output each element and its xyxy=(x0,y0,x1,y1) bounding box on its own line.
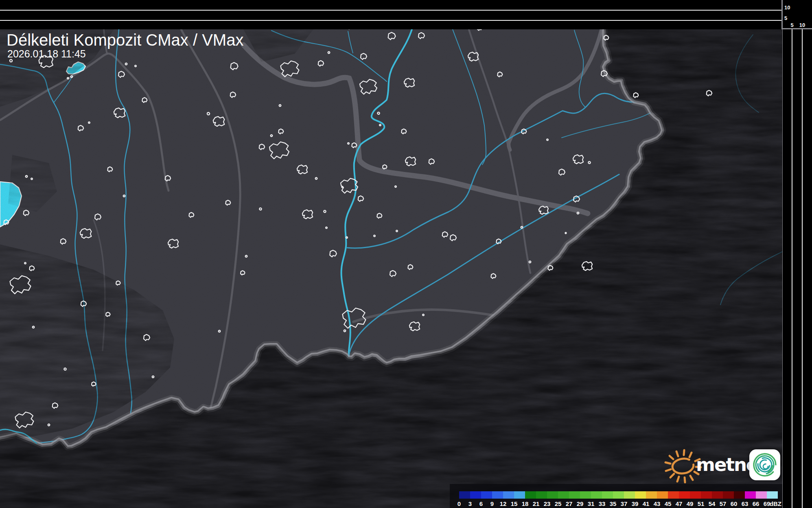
height-gridline-5km-vertical xyxy=(792,29,792,508)
dbz-tick-label: 69 xyxy=(764,500,770,507)
dbz-tick-label: 37 xyxy=(621,500,628,507)
dbz-color-segment xyxy=(635,491,646,499)
dbz-tick-label: 45 xyxy=(665,500,672,507)
dbz-tick-label: 63 xyxy=(742,500,749,507)
dbz-tick-label: 57 xyxy=(720,500,727,507)
dbz-tick-label: 15 xyxy=(511,500,518,507)
dbz-tick-label: 54 xyxy=(709,500,716,507)
dbz-color-segment xyxy=(602,491,613,499)
radar-app-screen: 10 5 5 10 Délkeleti Kompozit CMax / VMax… xyxy=(0,0,812,508)
height-axis-label-10: 10 xyxy=(784,5,790,10)
dbz-color-segment xyxy=(558,491,569,499)
dbz-color-segment xyxy=(767,491,778,499)
dbz-color-segment xyxy=(459,491,470,499)
dbz-color-segment xyxy=(657,491,668,499)
dbz-scale-bar: 0369121518212325272931333537394143454749… xyxy=(450,484,782,508)
dbz-tick-label: 3 xyxy=(468,500,472,507)
dbz-color-segment xyxy=(569,491,580,499)
dbz-tick-label: 31 xyxy=(588,500,595,507)
dbz-tick-label: 33 xyxy=(599,500,606,507)
dbz-tick-label: 41 xyxy=(643,500,650,507)
distance-axis-label-10: 10 xyxy=(799,22,805,28)
metnet-app-icon[interactable] xyxy=(749,449,780,480)
dbz-tick-label: 51 xyxy=(698,500,705,507)
dbz-unit-label: dBZ xyxy=(770,500,781,507)
dbz-color-segment xyxy=(514,491,525,499)
dbz-color-segment xyxy=(646,491,657,499)
spiral-icon xyxy=(749,449,780,480)
dbz-tick-label: 60 xyxy=(731,500,738,507)
dbz-tick-label: 18 xyxy=(522,500,529,507)
dbz-tick-label: 21 xyxy=(533,500,540,507)
dbz-color-segment xyxy=(624,491,635,499)
dbz-color-segment xyxy=(525,491,536,499)
dbz-tick-label: 49 xyxy=(687,500,694,507)
dbz-color-segment xyxy=(580,491,591,499)
dbz-tick-label: 29 xyxy=(577,500,584,507)
terrain-grain xyxy=(0,29,782,508)
dbz-color-segment xyxy=(492,491,503,499)
dbz-color-segment xyxy=(723,491,734,499)
height-axis-label-5: 5 xyxy=(784,15,787,21)
dbz-color-segment xyxy=(547,491,558,499)
dbz-tick-label: 6 xyxy=(479,500,483,507)
dbz-tick-label: 23 xyxy=(544,500,551,507)
dbz-color-segment xyxy=(734,491,745,499)
page-title: Délkeleti Kompozit CMax / VMax xyxy=(7,31,243,49)
height-gridline-10km-vertical xyxy=(802,29,803,508)
height-gridline-5km xyxy=(0,20,782,21)
dbz-color-segment xyxy=(690,491,701,499)
radar-map-canvas[interactable] xyxy=(0,29,782,508)
dbz-color-segment xyxy=(745,491,756,499)
top-profile-panel xyxy=(0,0,782,29)
dbz-color-segment xyxy=(591,491,602,499)
dbz-color-segment xyxy=(756,491,767,499)
dbz-color-segment xyxy=(679,491,690,499)
dbz-color-segment xyxy=(613,491,624,499)
height-gridline-10km xyxy=(0,10,782,11)
right-profile-panel: 10 5 5 10 xyxy=(782,0,812,508)
dbz-color-ramp xyxy=(459,491,778,499)
dbz-tick-label: 25 xyxy=(555,500,562,507)
dbz-tick-label: 35 xyxy=(610,500,617,507)
dbz-tick-label: 0 xyxy=(457,500,461,507)
dbz-tick-label: 47 xyxy=(676,500,683,507)
dbz-color-segment xyxy=(503,491,514,499)
dbz-tick-label: 39 xyxy=(632,500,639,507)
corner-axis-line xyxy=(782,28,812,29)
map-timestamp: 2026.01.18 11:45 xyxy=(7,48,86,60)
dbz-color-segment xyxy=(470,491,481,499)
dbz-color-segment xyxy=(701,491,712,499)
dbz-tick-label: 66 xyxy=(753,500,759,507)
dbz-color-segment xyxy=(668,491,679,499)
distance-axis-label-5: 5 xyxy=(790,22,793,28)
dbz-tick-label: 9 xyxy=(490,500,494,507)
dbz-color-segment xyxy=(481,491,492,499)
dbz-color-segment xyxy=(536,491,547,499)
dbz-tick-label: 43 xyxy=(654,500,661,507)
dbz-color-segment xyxy=(712,491,723,499)
dbz-tick-label: 12 xyxy=(500,500,507,507)
dbz-tick-label: 27 xyxy=(566,500,573,507)
